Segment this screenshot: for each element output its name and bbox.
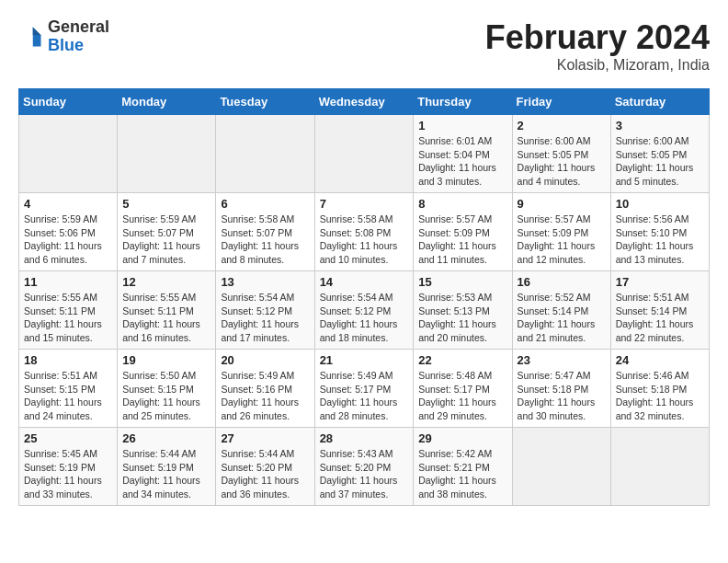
day-number: 4 — [24, 197, 112, 211]
calendar-day-cell: 5Sunrise: 5:59 AM Sunset: 5:07 PM Daylig… — [118, 193, 216, 271]
day-info: Sunrise: 5:46 AM Sunset: 5:18 PM Dayligh… — [616, 369, 704, 423]
day-info: Sunrise: 5:50 AM Sunset: 5:15 PM Dayligh… — [122, 369, 210, 423]
calendar-week-row: 11Sunrise: 5:55 AM Sunset: 5:11 PM Dayli… — [19, 271, 710, 350]
day-info: Sunrise: 5:49 AM Sunset: 5:16 PM Dayligh… — [221, 369, 309, 423]
calendar-day-cell: 12Sunrise: 5:55 AM Sunset: 5:11 PM Dayli… — [118, 271, 216, 350]
day-number: 8 — [418, 197, 506, 211]
calendar-day-cell — [512, 428, 610, 506]
day-number: 1 — [418, 119, 506, 132]
calendar-day-cell: 14Sunrise: 5:54 AM Sunset: 5:12 PM Dayli… — [314, 271, 414, 350]
day-number: 5 — [122, 197, 210, 211]
calendar-day-cell: 19Sunrise: 5:50 AM Sunset: 5:15 PM Dayli… — [118, 350, 216, 428]
weekday-header: Thursday — [414, 89, 512, 115]
calendar-day-cell: 28Sunrise: 5:43 AM Sunset: 5:20 PM Dayli… — [314, 428, 414, 506]
day-info: Sunrise: 5:47 AM Sunset: 5:18 PM Dayligh… — [518, 369, 606, 423]
calendar-day-cell: 10Sunrise: 5:56 AM Sunset: 5:10 PM Dayli… — [610, 193, 709, 271]
calendar-day-cell: 25Sunrise: 5:45 AM Sunset: 5:19 PM Dayli… — [19, 428, 118, 506]
weekday-header-row: SundayMondayTuesdayWednesdayThursdayFrid… — [19, 89, 710, 115]
day-info: Sunrise: 6:00 AM Sunset: 5:05 PM Dayligh… — [518, 134, 606, 189]
day-number: 21 — [320, 353, 409, 367]
day-info: Sunrise: 5:55 AM Sunset: 5:11 PM Dayligh… — [24, 291, 112, 345]
day-info: Sunrise: 5:44 AM Sunset: 5:20 PM Dayligh… — [221, 447, 309, 501]
page-header: General Blue February 2024 Kolasib, Mizo… — [18, 18, 710, 74]
day-info: Sunrise: 5:57 AM Sunset: 5:09 PM Dayligh… — [418, 213, 506, 267]
day-info: Sunrise: 5:57 AM Sunset: 5:09 PM Dayligh… — [518, 213, 606, 267]
weekday-header: Sunday — [19, 89, 118, 115]
calendar-week-row: 25Sunrise: 5:45 AM Sunset: 5:19 PM Dayli… — [19, 428, 710, 506]
weekday-header: Tuesday — [216, 89, 314, 115]
calendar-day-cell: 27Sunrise: 5:44 AM Sunset: 5:20 PM Dayli… — [216, 428, 314, 506]
calendar-day-cell — [118, 115, 216, 193]
calendar-day-cell — [314, 115, 414, 193]
calendar-day-cell — [216, 115, 314, 193]
day-number: 16 — [518, 275, 606, 289]
weekday-header: Monday — [118, 89, 216, 115]
day-number: 28 — [320, 431, 409, 445]
day-info: Sunrise: 5:49 AM Sunset: 5:17 PM Dayligh… — [320, 369, 409, 423]
calendar-day-cell: 26Sunrise: 5:44 AM Sunset: 5:19 PM Dayli… — [118, 428, 216, 506]
calendar-day-cell: 22Sunrise: 5:48 AM Sunset: 5:17 PM Dayli… — [414, 350, 512, 428]
calendar-day-cell: 1Sunrise: 6:01 AM Sunset: 5:04 PM Daylig… — [414, 115, 512, 193]
calendar-day-cell: 13Sunrise: 5:54 AM Sunset: 5:12 PM Dayli… — [216, 271, 314, 350]
calendar-day-cell: 20Sunrise: 5:49 AM Sunset: 5:16 PM Dayli… — [216, 350, 314, 428]
day-number: 6 — [221, 197, 309, 211]
calendar-day-cell: 21Sunrise: 5:49 AM Sunset: 5:17 PM Dayli… — [314, 350, 414, 428]
day-number: 27 — [221, 431, 309, 445]
day-number: 3 — [616, 119, 704, 132]
day-number: 14 — [320, 275, 409, 289]
logo: General Blue — [18, 18, 109, 55]
day-number: 15 — [418, 275, 506, 289]
calendar-day-cell: 9Sunrise: 5:57 AM Sunset: 5:09 PM Daylig… — [512, 193, 610, 271]
calendar-day-cell: 15Sunrise: 5:53 AM Sunset: 5:13 PM Dayli… — [414, 271, 512, 350]
day-info: Sunrise: 5:58 AM Sunset: 5:07 PM Dayligh… — [221, 213, 309, 267]
day-info: Sunrise: 5:55 AM Sunset: 5:11 PM Dayligh… — [122, 291, 210, 345]
day-info: Sunrise: 5:51 AM Sunset: 5:15 PM Dayligh… — [24, 369, 112, 423]
calendar-table: SundayMondayTuesdayWednesdayThursdayFrid… — [18, 88, 710, 506]
calendar-day-cell: 11Sunrise: 5:55 AM Sunset: 5:11 PM Dayli… — [19, 271, 118, 350]
day-info: Sunrise: 5:58 AM Sunset: 5:08 PM Dayligh… — [320, 213, 409, 267]
day-number: 12 — [122, 275, 210, 289]
calendar-day-cell: 4Sunrise: 5:59 AM Sunset: 5:06 PM Daylig… — [19, 193, 118, 271]
day-number: 7 — [320, 197, 409, 211]
day-info: Sunrise: 5:48 AM Sunset: 5:17 PM Dayligh… — [418, 369, 506, 423]
weekday-header: Saturday — [610, 89, 709, 115]
day-number: 13 — [221, 275, 309, 289]
calendar-week-row: 1Sunrise: 6:01 AM Sunset: 5:04 PM Daylig… — [19, 115, 710, 193]
calendar-day-cell — [610, 428, 709, 506]
calendar-day-cell: 29Sunrise: 5:42 AM Sunset: 5:21 PM Dayli… — [414, 428, 512, 506]
calendar-day-cell: 2Sunrise: 6:00 AM Sunset: 5:05 PM Daylig… — [512, 115, 610, 193]
logo-blue-text: Blue — [48, 36, 84, 54]
calendar-day-cell: 6Sunrise: 5:58 AM Sunset: 5:07 PM Daylig… — [216, 193, 314, 271]
day-number: 11 — [24, 275, 112, 289]
day-number: 26 — [122, 431, 210, 445]
calendar-day-cell: 7Sunrise: 5:58 AM Sunset: 5:08 PM Daylig… — [314, 193, 414, 271]
day-info: Sunrise: 5:59 AM Sunset: 5:07 PM Dayligh… — [122, 213, 210, 267]
calendar-week-row: 4Sunrise: 5:59 AM Sunset: 5:06 PM Daylig… — [19, 193, 710, 271]
day-info: Sunrise: 5:51 AM Sunset: 5:14 PM Dayligh… — [616, 291, 704, 345]
day-number: 2 — [518, 119, 606, 132]
calendar-day-cell: 18Sunrise: 5:51 AM Sunset: 5:15 PM Dayli… — [19, 350, 118, 428]
svg-marker-1 — [33, 27, 41, 35]
day-info: Sunrise: 5:53 AM Sunset: 5:13 PM Dayligh… — [418, 291, 506, 345]
calendar-day-cell: 8Sunrise: 5:57 AM Sunset: 5:09 PM Daylig… — [414, 193, 512, 271]
calendar-week-row: 18Sunrise: 5:51 AM Sunset: 5:15 PM Dayli… — [19, 350, 710, 428]
day-info: Sunrise: 5:54 AM Sunset: 5:12 PM Dayligh… — [221, 291, 309, 345]
calendar-title: February 2024 — [485, 18, 710, 57]
calendar-day-cell: 17Sunrise: 5:51 AM Sunset: 5:14 PM Dayli… — [610, 271, 709, 350]
calendar-day-cell: 16Sunrise: 5:52 AM Sunset: 5:14 PM Dayli… — [512, 271, 610, 350]
day-number: 9 — [518, 197, 606, 211]
day-info: Sunrise: 5:42 AM Sunset: 5:21 PM Dayligh… — [418, 447, 506, 501]
day-number: 17 — [616, 275, 704, 289]
day-info: Sunrise: 5:54 AM Sunset: 5:12 PM Dayligh… — [320, 291, 409, 345]
logo-icon — [18, 24, 44, 50]
calendar-day-cell: 24Sunrise: 5:46 AM Sunset: 5:18 PM Dayli… — [610, 350, 709, 428]
day-number: 20 — [221, 353, 309, 367]
day-number: 10 — [616, 197, 704, 211]
day-number: 18 — [24, 353, 112, 367]
logo-general-text: General — [48, 17, 109, 36]
weekday-header: Friday — [512, 89, 610, 115]
day-info: Sunrise: 6:00 AM Sunset: 5:05 PM Dayligh… — [616, 134, 704, 189]
day-number: 24 — [616, 353, 704, 367]
calendar-day-cell — [19, 115, 118, 193]
day-info: Sunrise: 5:59 AM Sunset: 5:06 PM Dayligh… — [24, 213, 112, 267]
